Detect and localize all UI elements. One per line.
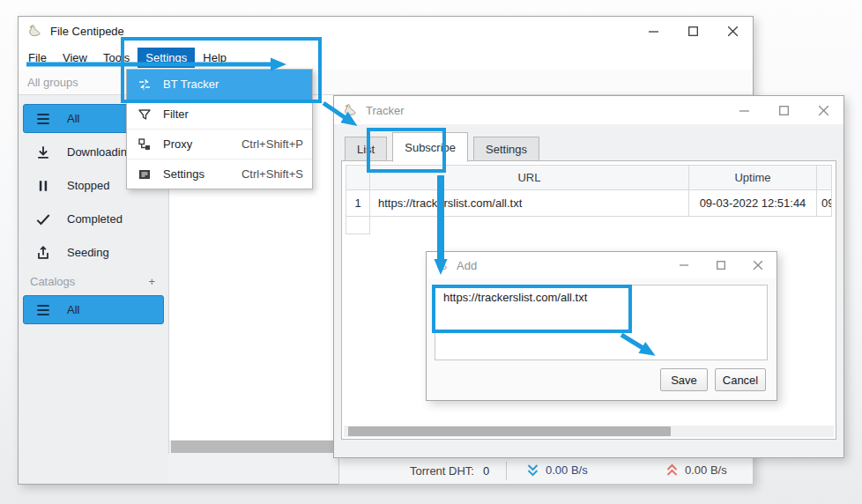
main-titlebar: File Centipede (19, 17, 753, 45)
menuitem-label: BT Tracker (163, 78, 219, 91)
upload-speed: 0.00 B/s (665, 463, 727, 477)
close-icon[interactable] (739, 252, 777, 278)
tracker-hscrollbar-thumb[interactable] (348, 426, 671, 436)
settings-dropdown-menu: BT Tracker Filter Proxy Ctrl+Shift+P Set… (126, 69, 313, 189)
menuitem-proxy[interactable]: Proxy Ctrl+Shift+P (127, 130, 312, 159)
menu-lines-icon (34, 301, 52, 319)
swap-arrows-icon (137, 78, 152, 92)
table-row[interactable]: 1 https://trackerslist.com/all.txt 09-03… (346, 190, 832, 217)
tracker-tabs: List Subscribe Settings (345, 131, 545, 161)
menuitem-filter[interactable]: Filter (127, 100, 312, 130)
row-number-cell: 1 (346, 190, 370, 217)
table-header-num (346, 166, 370, 190)
table-header-row: URL Uptime (346, 166, 832, 190)
upload-icon (34, 244, 52, 262)
add-catalog-button[interactable]: + (148, 275, 155, 288)
menuitem-bt-tracker[interactable]: BT Tracker (127, 70, 312, 100)
add-dialog-title: Add (457, 259, 477, 272)
tab-subscribe[interactable]: Subscribe (392, 132, 468, 162)
sidebar-catalog-all[interactable]: All (23, 295, 164, 324)
table-header-uptime[interactable]: Uptime (689, 166, 817, 190)
save-button[interactable]: Save (660, 368, 708, 391)
proxy-network-icon (137, 137, 152, 152)
menuitem-label: Proxy (163, 137, 192, 151)
tab-list[interactable]: List (345, 137, 387, 161)
menubar: File View Tools Settings Help (19, 45, 753, 70)
download-icon (34, 144, 52, 161)
add-dialog: Add https://trackerslist.com/all.txt Sav… (426, 251, 777, 401)
desktop: { "colors": { "annotation_blue": "#1b9be… (0, 0, 862, 504)
sidebar-item-completed[interactable]: Completed (23, 204, 164, 233)
double-chevron-up-icon (665, 463, 679, 477)
menuitem-settings[interactable]: Settings Ctrl+Shift+S (127, 159, 312, 189)
statusbar-divider (506, 462, 507, 480)
sidebar-item-label: Seeding (67, 246, 109, 259)
pause-icon (34, 177, 52, 195)
dht-status: Torrent DHT:0 (410, 464, 489, 478)
minimize-icon[interactable] (634, 17, 673, 45)
tracker-hscrollbar[interactable] (344, 426, 834, 437)
sidebar-item-label: Downloading (67, 145, 133, 159)
dht-count: 0 (483, 464, 489, 478)
filter-icon (137, 107, 152, 122)
menu-settings[interactable]: Settings (137, 48, 195, 68)
cancel-button[interactable]: Cancel (715, 368, 766, 391)
catalogs-row: Catalogs + (21, 271, 166, 291)
tracker-table: URL Uptime 1 https://trackerslist.com/al… (346, 165, 832, 234)
extra-cell: 09-0 (817, 190, 832, 217)
goose-icon (343, 102, 359, 118)
group-filter[interactable]: All groups (27, 76, 78, 89)
maximize-icon[interactable] (673, 17, 713, 45)
menuitem-label: Settings (163, 167, 204, 181)
settings-panel-icon (137, 167, 152, 182)
menuitem-label: Filter (163, 107, 189, 121)
maximize-icon[interactable] (702, 252, 739, 278)
empty-row (346, 217, 832, 234)
maximize-icon[interactable] (764, 96, 804, 124)
sidebar-item-label: Stopped (67, 179, 109, 192)
check-icon (34, 211, 52, 228)
catalogs-label: Catalogs (30, 275, 75, 288)
tracker-url-input[interactable]: https://trackerslist.com/all.txt (435, 285, 768, 360)
main-window-title: File Centipede (50, 25, 124, 38)
table-header-extra[interactable] (817, 166, 832, 190)
menu-file[interactable]: File (20, 48, 55, 68)
download-speed: 0.00 B/s (526, 463, 588, 477)
minimize-icon[interactable] (725, 96, 764, 124)
sidebar-item-label: All (67, 303, 79, 316)
table-header-url[interactable]: URL (370, 166, 689, 190)
close-icon[interactable] (804, 96, 843, 124)
sidebar-item-label: Completed (67, 212, 123, 226)
menu-help[interactable]: Help (195, 48, 234, 68)
sidebar-item-seeding[interactable]: Seeding (23, 238, 164, 267)
url-cell: https://trackerslist.com/all.txt (370, 190, 689, 217)
uptime-cell: 09-03-2022 12:51:44 (689, 190, 817, 217)
tab-settings[interactable]: Settings (473, 137, 539, 161)
tracker-titlebar: Tracker (334, 96, 843, 124)
menu-view[interactable]: View (55, 48, 95, 68)
goose-icon (27, 23, 43, 39)
double-chevron-down-icon (526, 463, 539, 477)
goose-icon (435, 258, 450, 272)
menuitem-shortcut: Ctrl+Shift+S (242, 167, 303, 181)
minimize-icon[interactable] (665, 252, 702, 278)
menuitem-shortcut: Ctrl+Shift+P (242, 137, 303, 151)
sidebar-item-label: All (67, 112, 79, 125)
tracker-window-title: Tracker (366, 104, 405, 117)
close-icon[interactable] (713, 17, 753, 45)
menu-tools[interactable]: Tools (95, 48, 137, 68)
menu-lines-icon (34, 110, 52, 128)
add-titlebar: Add (427, 252, 777, 278)
status-bar: Torrent DHT:0 0.00 B/s 0.00 B/s (338, 457, 754, 485)
